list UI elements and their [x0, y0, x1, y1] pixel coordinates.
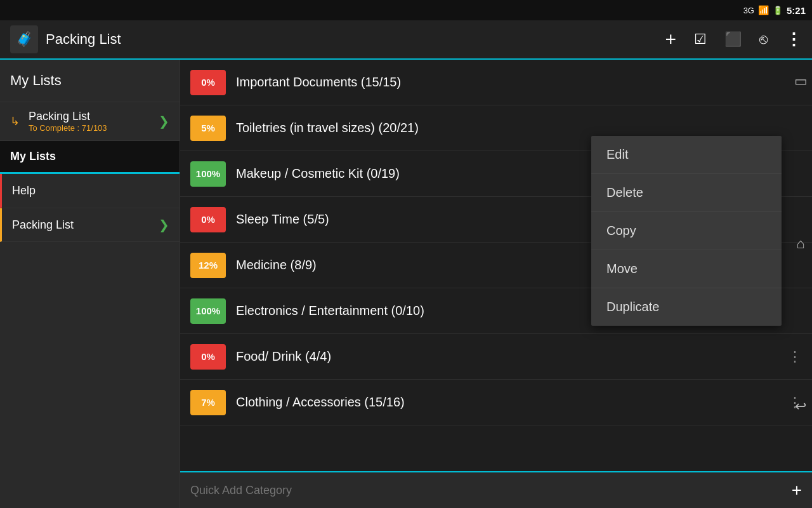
signal-bars: 📶 — [758, 5, 769, 15]
app-bar-actions: + ☑ ⬛ ⎋ ⋮ — [665, 29, 802, 50]
sidebar-packing-list-item[interactable]: ↳ Packing List To Complete : 71/103 ❯ — [0, 102, 180, 141]
add-button[interactable]: + — [665, 29, 676, 50]
sidebar: My Lists ↳ Packing List To Complete : 71… — [0, 60, 180, 508]
category-badge: 0% — [190, 207, 226, 232]
category-name: Clothing / Accessories (15/16) — [236, 395, 788, 410]
category-row[interactable]: 0% Important Documents (15/15) — [180, 60, 812, 105]
app-logo: 🧳 — [10, 25, 38, 53]
signal-indicator: 3G — [743, 6, 754, 15]
status-bar: 3G 📶 🔋 5:21 — [0, 0, 812, 20]
category-badge: 12% — [190, 253, 226, 278]
category-row[interactable]: 0% Food/ Drink (4/4) ⋮ — [180, 334, 812, 380]
category-badge: 100% — [190, 161, 226, 187]
rotate-icon[interactable]: ▭ — [794, 73, 808, 90]
packing-list-label2: Packing List — [12, 218, 152, 232]
category-badge: 100% — [190, 298, 226, 324]
packing-list-sub: To Complete : 71/103 — [29, 123, 152, 133]
packing-list-arrow-icon: ↳ — [10, 114, 20, 128]
context-menu-item-copy[interactable]: Copy — [591, 212, 782, 250]
share-button[interactable]: ⎋ — [759, 31, 768, 48]
context-menu-item-delete[interactable]: Delete — [591, 174, 782, 212]
packing-list-info: Packing List To Complete : 71/103 — [29, 110, 152, 133]
help-label: Help — [12, 184, 36, 197]
packing-list-title: Packing List — [29, 110, 152, 123]
context-menu: EditDeleteCopyMoveDuplicate — [591, 136, 782, 326]
category-badge: 0% — [190, 70, 226, 95]
packing-list-chevron-icon: ❯ — [159, 114, 169, 129]
stop-button[interactable]: ⬛ — [724, 31, 742, 48]
quick-add-bar: + — [180, 471, 812, 508]
main-layout: My Lists ↳ Packing List To Complete : 71… — [0, 60, 812, 508]
category-name: Food/ Drink (4/4) — [236, 349, 788, 364]
content-area: 0% Important Documents (15/15) 5% Toilet… — [180, 60, 812, 508]
back-icon[interactable]: ↩ — [795, 398, 806, 415]
right-edge-panel: ▭ ⌂ ↩ — [789, 0, 812, 488]
context-menu-item-edit[interactable]: Edit — [591, 136, 782, 174]
app-bar: 🧳 Packing List + ☑ ⬛ ⎋ ⋮ — [0, 20, 812, 60]
sidebar-help-item[interactable]: Help — [0, 174, 180, 208]
app-title: Packing List — [46, 31, 657, 48]
sidebar-my-lists-header: My Lists — [0, 60, 180, 102]
home-icon[interactable]: ⌂ — [796, 236, 804, 252]
battery-icon: 🔋 — [773, 6, 783, 15]
category-name: Toiletries (in travel sizes) (20/21) — [236, 121, 802, 135]
context-menu-item-move[interactable]: Move — [591, 250, 782, 288]
sidebar-packing-list-item2[interactable]: Packing List ❯ — [0, 208, 180, 242]
category-name: Important Documents (15/15) — [236, 75, 802, 90]
packing-list-chevron-icon2: ❯ — [159, 217, 169, 232]
checkmark-button[interactable]: ☑ — [694, 31, 707, 48]
category-badge: 5% — [190, 116, 226, 141]
quick-add-input[interactable] — [190, 484, 784, 497]
sidebar-my-lists-button[interactable]: My Lists — [0, 141, 180, 174]
category-badge: 7% — [190, 390, 226, 415]
context-menu-item-duplicate[interactable]: Duplicate — [591, 288, 782, 326]
category-badge: 0% — [190, 344, 226, 370]
category-row[interactable]: 7% Clothing / Accessories (15/16) ⋮ — [180, 380, 812, 425]
